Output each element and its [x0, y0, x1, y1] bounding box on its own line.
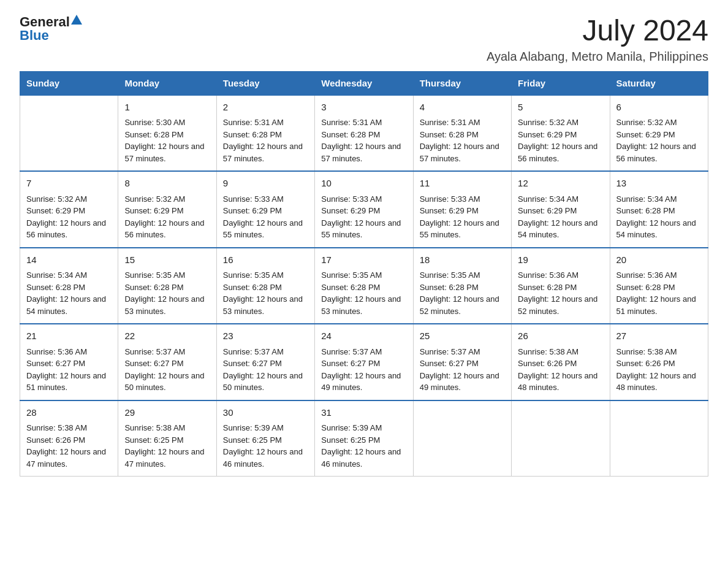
page-header: General Blue July 2024 Ayala Alabang, Me…: [20, 15, 708, 64]
day-number: 2: [223, 101, 308, 115]
day-info: Sunrise: 5:32 AMSunset: 6:29 PMDaylight:…: [124, 193, 210, 241]
day-info: Sunrise: 5:32 AMSunset: 6:29 PMDaylight:…: [518, 117, 603, 164]
day-info: Sunrise: 5:35 AMSunset: 6:28 PMDaylight:…: [321, 269, 406, 317]
calendar-cell: 5Sunrise: 5:32 AMSunset: 6:29 PMDaylight…: [512, 95, 610, 172]
calendar-cell: [20, 95, 118, 172]
calendar-cell: [512, 400, 610, 477]
day-number: 13: [616, 177, 702, 191]
calendar-cell: 17Sunrise: 5:35 AMSunset: 6:28 PMDayligh…: [315, 248, 413, 324]
day-info: Sunrise: 5:38 AMSunset: 6:26 PMDaylight:…: [616, 346, 702, 394]
day-info: Sunrise: 5:34 AMSunset: 6:29 PMDaylight:…: [518, 193, 603, 241]
day-info: Sunrise: 5:39 AMSunset: 6:25 PMDaylight:…: [321, 422, 406, 470]
day-info: Sunrise: 5:32 AMSunset: 6:29 PMDaylight:…: [616, 117, 702, 164]
calendar-cell: 13Sunrise: 5:34 AMSunset: 6:28 PMDayligh…: [610, 171, 708, 248]
calendar-cell: 12Sunrise: 5:34 AMSunset: 6:29 PMDayligh…: [512, 171, 610, 248]
day-info: Sunrise: 5:33 AMSunset: 6:29 PMDaylight:…: [223, 193, 308, 241]
day-number: 22: [124, 329, 210, 343]
day-number: 31: [321, 406, 406, 420]
day-number: 15: [124, 253, 210, 267]
day-number: 19: [518, 253, 603, 267]
calendar-cell: 1Sunrise: 5:30 AMSunset: 6:28 PMDaylight…: [118, 95, 216, 172]
day-info: Sunrise: 5:37 AMSunset: 6:27 PMDaylight:…: [223, 346, 308, 394]
header-day-monday: Monday: [118, 71, 216, 95]
day-info: Sunrise: 5:35 AMSunset: 6:28 PMDaylight:…: [420, 269, 505, 317]
header-day-wednesday: Wednesday: [315, 71, 413, 95]
title-block: July 2024 Ayala Alabang, Metro Manila, P…: [487, 15, 708, 64]
day-number: 16: [223, 253, 308, 267]
calendar-cell: 28Sunrise: 5:38 AMSunset: 6:26 PMDayligh…: [20, 400, 118, 477]
calendar-cell: 7Sunrise: 5:32 AMSunset: 6:29 PMDaylight…: [20, 171, 118, 248]
day-info: Sunrise: 5:35 AMSunset: 6:28 PMDaylight:…: [223, 269, 308, 317]
logo-blue: Blue: [20, 28, 49, 43]
calendar-header: SundayMondayTuesdayWednesdayThursdayFrid…: [20, 71, 708, 95]
day-info: Sunrise: 5:31 AMSunset: 6:28 PMDaylight:…: [223, 117, 308, 164]
calendar-cell: 8Sunrise: 5:32 AMSunset: 6:29 PMDaylight…: [118, 171, 216, 248]
logo-text: General Blue: [20, 15, 82, 42]
day-number: 9: [223, 177, 308, 191]
day-info: Sunrise: 5:36 AMSunset: 6:27 PMDaylight:…: [26, 346, 112, 394]
day-number: 21: [26, 329, 112, 343]
header-row: SundayMondayTuesdayWednesdayThursdayFrid…: [20, 71, 708, 95]
day-number: 23: [223, 329, 308, 343]
calendar-cell: 2Sunrise: 5:31 AMSunset: 6:28 PMDaylight…: [216, 95, 314, 172]
day-number: 11: [420, 177, 505, 191]
day-number: 5: [518, 101, 603, 115]
week-row-3: 14Sunrise: 5:34 AMSunset: 6:28 PMDayligh…: [20, 248, 708, 324]
day-number: 12: [518, 177, 603, 191]
calendar-cell: 20Sunrise: 5:36 AMSunset: 6:28 PMDayligh…: [610, 248, 708, 324]
calendar-table: SundayMondayTuesdayWednesdayThursdayFrid…: [20, 71, 708, 477]
day-number: 29: [124, 406, 210, 420]
day-number: 25: [420, 329, 505, 343]
calendar-cell: 24Sunrise: 5:37 AMSunset: 6:27 PMDayligh…: [315, 324, 413, 400]
week-row-1: 1Sunrise: 5:30 AMSunset: 6:28 PMDaylight…: [20, 95, 708, 172]
day-number: 1: [124, 101, 210, 115]
logo: General Blue: [20, 15, 82, 42]
day-info: Sunrise: 5:30 AMSunset: 6:28 PMDaylight:…: [124, 117, 210, 164]
day-number: 6: [616, 101, 702, 115]
day-number: 3: [321, 101, 406, 115]
day-info: Sunrise: 5:31 AMSunset: 6:28 PMDaylight:…: [420, 117, 505, 164]
calendar-cell: 27Sunrise: 5:38 AMSunset: 6:26 PMDayligh…: [610, 324, 708, 400]
day-number: 7: [26, 177, 112, 191]
day-number: 17: [321, 253, 406, 267]
day-number: 27: [616, 329, 702, 343]
day-info: Sunrise: 5:37 AMSunset: 6:27 PMDaylight:…: [124, 346, 210, 394]
calendar-cell: 16Sunrise: 5:35 AMSunset: 6:28 PMDayligh…: [216, 248, 314, 324]
day-number: 8: [124, 177, 210, 191]
calendar-cell: 10Sunrise: 5:33 AMSunset: 6:29 PMDayligh…: [315, 171, 413, 248]
day-info: Sunrise: 5:33 AMSunset: 6:29 PMDaylight:…: [420, 193, 505, 241]
calendar-cell: 4Sunrise: 5:31 AMSunset: 6:28 PMDaylight…: [413, 95, 511, 172]
day-number: 18: [420, 253, 505, 267]
header-day-friday: Friday: [512, 71, 610, 95]
day-number: 14: [26, 253, 112, 267]
day-number: 30: [223, 406, 308, 420]
day-number: 24: [321, 329, 406, 343]
calendar-cell: 15Sunrise: 5:35 AMSunset: 6:28 PMDayligh…: [118, 248, 216, 324]
calendar-cell: 19Sunrise: 5:36 AMSunset: 6:28 PMDayligh…: [512, 248, 610, 324]
calendar-cell: 22Sunrise: 5:37 AMSunset: 6:27 PMDayligh…: [118, 324, 216, 400]
calendar-cell: 6Sunrise: 5:32 AMSunset: 6:29 PMDaylight…: [610, 95, 708, 172]
calendar-cell: 21Sunrise: 5:36 AMSunset: 6:27 PMDayligh…: [20, 324, 118, 400]
day-info: Sunrise: 5:33 AMSunset: 6:29 PMDaylight:…: [321, 193, 406, 241]
day-info: Sunrise: 5:34 AMSunset: 6:28 PMDaylight:…: [616, 193, 702, 241]
calendar-cell: 14Sunrise: 5:34 AMSunset: 6:28 PMDayligh…: [20, 248, 118, 324]
day-info: Sunrise: 5:35 AMSunset: 6:28 PMDaylight:…: [124, 269, 210, 317]
calendar-cell: 30Sunrise: 5:39 AMSunset: 6:25 PMDayligh…: [216, 400, 314, 477]
calendar-cell: 11Sunrise: 5:33 AMSunset: 6:29 PMDayligh…: [413, 171, 511, 248]
day-number: 26: [518, 329, 603, 343]
day-number: 10: [321, 177, 406, 191]
subtitle: Ayala Alabang, Metro Manila, Philippines: [487, 50, 708, 64]
day-info: Sunrise: 5:31 AMSunset: 6:28 PMDaylight:…: [321, 117, 406, 164]
day-info: Sunrise: 5:38 AMSunset: 6:25 PMDaylight:…: [124, 422, 210, 470]
header-day-thursday: Thursday: [413, 71, 511, 95]
week-row-5: 28Sunrise: 5:38 AMSunset: 6:26 PMDayligh…: [20, 400, 708, 477]
page-title: July 2024: [487, 15, 708, 47]
day-info: Sunrise: 5:39 AMSunset: 6:25 PMDaylight:…: [223, 422, 308, 470]
day-number: 20: [616, 253, 702, 267]
header-day-tuesday: Tuesday: [216, 71, 314, 95]
calendar-cell: 3Sunrise: 5:31 AMSunset: 6:28 PMDaylight…: [315, 95, 413, 172]
calendar-cell: 23Sunrise: 5:37 AMSunset: 6:27 PMDayligh…: [216, 324, 314, 400]
day-info: Sunrise: 5:34 AMSunset: 6:28 PMDaylight:…: [26, 269, 112, 317]
logo-triangle-icon: [71, 15, 82, 25]
day-info: Sunrise: 5:37 AMSunset: 6:27 PMDaylight:…: [420, 346, 505, 394]
